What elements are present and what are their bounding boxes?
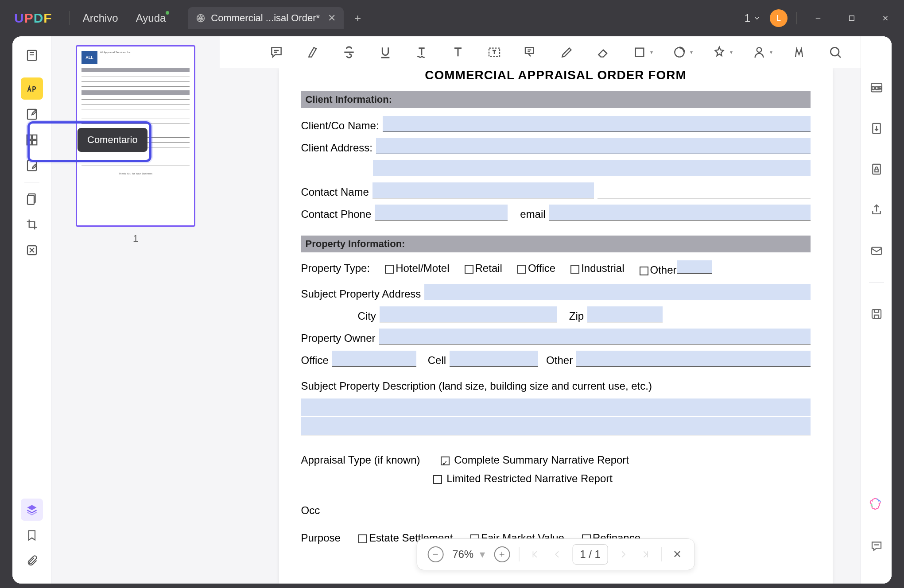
share-button[interactable] (865, 199, 888, 221)
note-tool[interactable] (267, 43, 286, 62)
save-button[interactable] (865, 303, 888, 325)
squiggly-tool[interactable] (412, 43, 431, 62)
ai-assistant-button[interactable] (865, 494, 888, 516)
page-number-input[interactable]: 1 / 1 (572, 544, 608, 565)
more-tool[interactable] (789, 43, 809, 62)
ocr-button[interactable]: OCR (865, 77, 888, 99)
checkbox-hotel[interactable]: Hotel/Motel (385, 262, 449, 275)
svg-point-16 (757, 47, 761, 52)
separator (661, 547, 662, 561)
text-tool[interactable] (448, 43, 468, 62)
page-tools-button[interactable] (21, 188, 43, 210)
checkbox-office[interactable]: Office (517, 262, 555, 275)
field-city[interactable] (380, 306, 557, 322)
field-client-name[interactable] (383, 116, 811, 132)
app-logo: UPDF (14, 11, 52, 26)
menu-file[interactable]: Archivo (83, 12, 118, 24)
svg-rect-1 (850, 16, 854, 21)
email-button[interactable] (865, 240, 888, 262)
comments-panel-button[interactable] (865, 535, 888, 557)
protect-button[interactable] (865, 158, 888, 180)
zoom-out-button[interactable]: − (427, 546, 443, 562)
bookmarks-button[interactable] (21, 524, 43, 546)
search-button[interactable] (826, 43, 845, 62)
prev-page-button[interactable] (550, 548, 563, 561)
maximize-button[interactable] (839, 9, 864, 27)
checkbox-other[interactable]: Other (640, 260, 712, 276)
field-description-1[interactable] (301, 398, 811, 416)
field-client-address-1[interactable] (376, 138, 811, 154)
svg-rect-13 (525, 47, 534, 53)
svg-rect-22 (875, 169, 878, 172)
field-contact-name[interactable] (372, 182, 594, 198)
pencil-tool[interactable] (557, 43, 577, 62)
tooltip: Comentario (78, 128, 147, 152)
reader-mode-button[interactable] (21, 44, 43, 66)
thumbnail-panel: ALLAll Appraisal Services, Inc Thank You… (51, 36, 220, 584)
minimize-button[interactable] (806, 9, 830, 27)
comment-tool-button[interactable] (21, 77, 43, 100)
separator (24, 182, 39, 182)
next-page-button[interactable] (617, 548, 630, 561)
zoom-page-bar: − 76%▾ + 1 / 1 ✕ (416, 538, 695, 570)
label-other-phone: Other (546, 354, 573, 367)
underline-tool[interactable] (376, 43, 395, 62)
callout-tool[interactable] (521, 43, 540, 62)
chevron-down-icon (753, 14, 761, 22)
layers-button[interactable] (21, 499, 43, 521)
field-client-address-2[interactable] (373, 160, 811, 176)
textbox-tool[interactable] (485, 43, 504, 62)
tab-close-icon[interactable]: ✕ (328, 12, 336, 24)
field-zip[interactable] (587, 306, 663, 322)
document-title: COMMERCIAL APPRAISAL ORDER FORM (301, 68, 811, 82)
close-bar-button[interactable]: ✕ (671, 548, 684, 561)
redact-tool-button[interactable] (21, 239, 43, 261)
field-description-2[interactable] (301, 417, 811, 435)
label-cell-phone: Cell (428, 354, 446, 367)
right-rail: OCR (861, 36, 892, 584)
thumbnail-page-number: 1 (133, 233, 138, 244)
separator (869, 282, 884, 282)
signature-tool[interactable]: ▾ (749, 43, 772, 62)
close-button[interactable] (873, 9, 898, 27)
menu-help[interactable]: Ayuda (136, 12, 166, 24)
checkbox-industrial[interactable]: Industrial (570, 262, 624, 275)
highlight-tool[interactable] (303, 43, 322, 62)
tab-count-dropdown[interactable]: 1 (745, 12, 761, 24)
field-subject-address[interactable] (424, 284, 810, 300)
user-avatar[interactable]: L (770, 9, 788, 27)
svg-rect-23 (871, 248, 881, 255)
label-description: Subject Property Description (land size,… (301, 380, 652, 392)
shape-tool[interactable]: ▾ (630, 43, 653, 62)
separator (24, 72, 39, 72)
label-client-name: Client/Co Name: (301, 120, 379, 132)
first-page-button[interactable] (528, 548, 541, 561)
field-contact-phone[interactable] (375, 205, 508, 220)
document-icon (196, 13, 206, 23)
checkbox-retail[interactable]: Retail (465, 262, 502, 275)
attachments-button[interactable] (21, 550, 43, 572)
svg-rect-8 (27, 161, 36, 171)
document-tab[interactable]: Commercial ...isal Order* ✕ (188, 7, 344, 29)
eraser-tool[interactable] (594, 43, 613, 62)
field-property-owner[interactable] (379, 329, 811, 344)
field-office-phone[interactable] (332, 351, 416, 367)
field-other-phone[interactable] (576, 351, 810, 367)
document-viewport[interactable]: COMMERCIAL APPRAISAL ORDER FORM Client I… (220, 68, 892, 584)
checkbox-limited[interactable]: Limited Restricted Narrative Report (433, 472, 613, 485)
last-page-button[interactable] (639, 548, 652, 561)
strikethrough-tool[interactable] (339, 43, 359, 62)
sticker-tool[interactable]: ▾ (710, 43, 733, 62)
app-body: Comentario ALLAll Appraisal Services, In… (12, 36, 892, 584)
checkbox-complete-summary[interactable]: Complete Summary Narrative Report (441, 454, 629, 466)
stamp-tool[interactable]: ▾ (670, 43, 693, 62)
separator (69, 11, 70, 25)
field-email[interactable] (549, 205, 811, 220)
label-office-phone: Office (301, 354, 329, 367)
new-tab-button[interactable]: + (354, 12, 361, 25)
zoom-dropdown[interactable]: 76%▾ (452, 548, 485, 561)
crop-tool-button[interactable] (21, 213, 43, 236)
field-cell-phone[interactable] (450, 351, 538, 367)
zoom-in-button[interactable]: + (494, 546, 510, 562)
convert-button[interactable] (865, 117, 888, 139)
